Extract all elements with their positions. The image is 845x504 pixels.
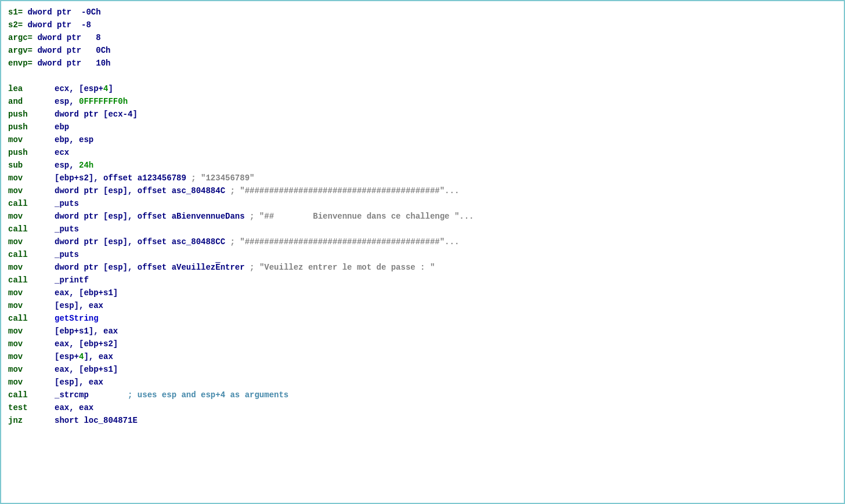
operands-mov-esp4-eax: [esp+4], eax — [55, 350, 113, 363]
instr-jnz: jnzshort loc_804871E — [8, 414, 837, 427]
mnemonic-mov-hash2: mov — [8, 235, 55, 248]
mnemonic-mov-s1-eax: mov — [8, 325, 55, 338]
instr-mov-hash1: movdword ptr [esp], offset asc_804884C ;… — [8, 184, 837, 197]
instr-mov-s1-eax: mov[ebp+s1], eax — [8, 325, 837, 338]
operands-test: eax, eax — [55, 401, 93, 414]
instr-call-puts1: call_puts — [8, 197, 837, 210]
var-label-s1: s1= — [8, 6, 23, 19]
instr-mov-esp-eaxb: mov[esp], eax — [8, 376, 837, 389]
operands-mov-hash2: dword ptr [esp], offset asc_80488CC — [55, 235, 225, 248]
var-label-argv: argv= — [8, 44, 32, 57]
empty-line-1 — [8, 70, 837, 82]
operands-mov-eax-s1b: eax, [ebp+s1] — [55, 363, 118, 376]
operands-lea: ecx, [esp+4] — [55, 82, 113, 95]
mnemonic-call-getString: call — [8, 312, 55, 325]
mnemonic-mov-s2: mov — [8, 172, 55, 184]
operands-push-ebp: ebp — [55, 121, 69, 133]
operands-call-strcmp: _strcmp — [55, 389, 89, 401]
instr-call-puts2: call_puts — [8, 223, 837, 235]
operands-push-dword: dword ptr [ecx-4] — [55, 108, 138, 121]
mnemonic-call-puts3: call — [8, 248, 55, 261]
operands-mov-hash1: dword ptr [esp], offset asc_804884C — [55, 184, 225, 197]
comment-veuillez: ; "Veuillez entrer le mot de passe : " — [245, 261, 435, 274]
mnemonic-mov-esp-eaxb: mov — [8, 376, 55, 389]
instr-mov-veuillez: movdword ptr [esp], offset aVeuillezEntr… — [8, 261, 837, 274]
operands-and: esp, 0FFFFFFF0h — [55, 95, 128, 108]
mnemonic-push-dword: push — [8, 108, 55, 121]
operands-call-puts1: _puts — [55, 197, 79, 210]
var-label-s2: s2= — [8, 19, 23, 31]
mnemonic-sub: sub — [8, 159, 55, 172]
instr-mov-ebp-esp: movebp, esp — [8, 133, 837, 146]
instr-mov-eax-s1b: moveax, [ebp+s1] — [8, 363, 837, 376]
operands-call-puts2: _puts — [55, 223, 79, 235]
var-s1: s1= dword ptr -0Ch — [8, 6, 837, 19]
mnemonic-lea: lea — [8, 82, 55, 95]
comment-bienven: ; "## Bienvennue dans ce challenge "... — [245, 210, 474, 223]
mnemonic-mov-veuillez: mov — [8, 261, 55, 274]
mnemonic-mov-hash1: mov — [8, 184, 55, 197]
mnemonic-call-puts1: call — [8, 197, 55, 210]
comment-hash2: ; "#####################################… — [225, 235, 459, 248]
instr-call-strcmp: call_strcmp ; uses esp and esp+4 as argu… — [8, 389, 837, 401]
instr-and: andesp, 0FFFFFFF0h — [8, 95, 837, 108]
var-label-argc: argc= — [8, 31, 32, 44]
mnemonic-mov-eax-s1: mov — [8, 287, 55, 299]
operands-mov-eax-s2: eax, [ebp+s2] — [55, 338, 118, 350]
operands-mov-esp-eaxb: [esp], eax — [55, 376, 103, 389]
operands-mov-s1-eax: [ebp+s1], eax — [55, 325, 118, 338]
mnemonic-call-printf: call — [8, 274, 55, 287]
instr-mov-esp-eax: mov[esp], eax — [8, 299, 837, 312]
operands-mov-s2: [ebp+s2], offset a123456789 — [55, 172, 186, 184]
operands-call-getString: getString — [55, 312, 99, 325]
operands-call-printf: _printf — [55, 274, 89, 287]
instr-mov-eax-s1: moveax, [ebp+s1] — [8, 287, 837, 299]
instr-push-dword: pushdword ptr [ecx-4] — [8, 108, 837, 121]
mnemonic-push-ecx: push — [8, 146, 55, 159]
mnemonic-mov-ebp: mov — [8, 133, 55, 146]
disassembly-view: s1= dword ptr -0Ch s2= dword ptr -8 argc… — [0, 0, 845, 504]
operands-call-puts3: _puts — [55, 248, 79, 261]
mnemonic-mov-eax-s1b: mov — [8, 363, 55, 376]
var-label-envp: envp= — [8, 57, 32, 70]
instr-mov-bienvennue: movdword ptr [esp], offset aBienvennueDa… — [8, 210, 837, 223]
operands-mov-eax-s1: eax, [ebp+s1] — [55, 287, 118, 299]
operands-mov-ebp: ebp, esp — [55, 133, 93, 146]
instr-lea: leaecx, [esp+4] — [8, 82, 837, 95]
operands-mov-esp-eax: [esp], eax — [55, 299, 103, 312]
operands-mov-veuillez: dword ptr [esp], offset aVeuillezEntrer — [55, 261, 245, 274]
instr-push-ebp: pushebp — [8, 121, 837, 133]
instr-call-puts3: call_puts — [8, 248, 837, 261]
instr-call-getString: callgetString — [8, 312, 837, 325]
mnemonic-mov-esp4-eax: mov — [8, 350, 55, 363]
mnemonic-mov-esp-eax: mov — [8, 299, 55, 312]
operands-jnz: short loc_804871E — [55, 414, 138, 427]
var-argv: argv= dword ptr 0Ch — [8, 44, 837, 57]
var-s2: s2= dword ptr -8 — [8, 19, 837, 31]
instr-mov-hash2: movdword ptr [esp], offset asc_80488CC ;… — [8, 235, 837, 248]
var-envp: envp= dword ptr 10h — [8, 57, 837, 70]
mnemonic-and: and — [8, 95, 55, 108]
instr-test: testeax, eax — [8, 401, 837, 414]
mnemonic-jnz: jnz — [8, 414, 55, 427]
mnemonic-push-ebp: push — [8, 121, 55, 133]
mnemonic-call-strcmp: call — [8, 389, 55, 401]
comment-hash1: ; "#####################################… — [225, 184, 459, 197]
instr-mov-s2: mov[ebp+s2], offset a123456789 ; "123456… — [8, 172, 837, 184]
instr-push-ecx: pushecx — [8, 146, 837, 159]
instr-sub: subesp, 24h — [8, 159, 837, 172]
var-argc: argc= dword ptr 8 — [8, 31, 837, 44]
instr-call-printf: call_printf — [8, 274, 837, 287]
instr-mov-eax-s2: moveax, [ebp+s2] — [8, 338, 837, 350]
operands-sub: esp, 24h — [55, 159, 93, 172]
operands-push-ecx: ecx — [55, 146, 69, 159]
comment-strcmp: ; uses esp and esp+4 as arguments — [89, 389, 288, 401]
comment-mov-s2: ; "123456789" — [186, 172, 255, 184]
instr-mov-esp4-eax: mov[esp+4], eax — [8, 350, 837, 363]
mnemonic-mov-bienven: mov — [8, 210, 55, 223]
mnemonic-test: test — [8, 401, 55, 414]
mnemonic-call-puts2: call — [8, 223, 55, 235]
mnemonic-mov-eax-s2: mov — [8, 338, 55, 350]
operands-mov-bienven: dword ptr [esp], offset aBienvennueDans — [55, 210, 245, 223]
